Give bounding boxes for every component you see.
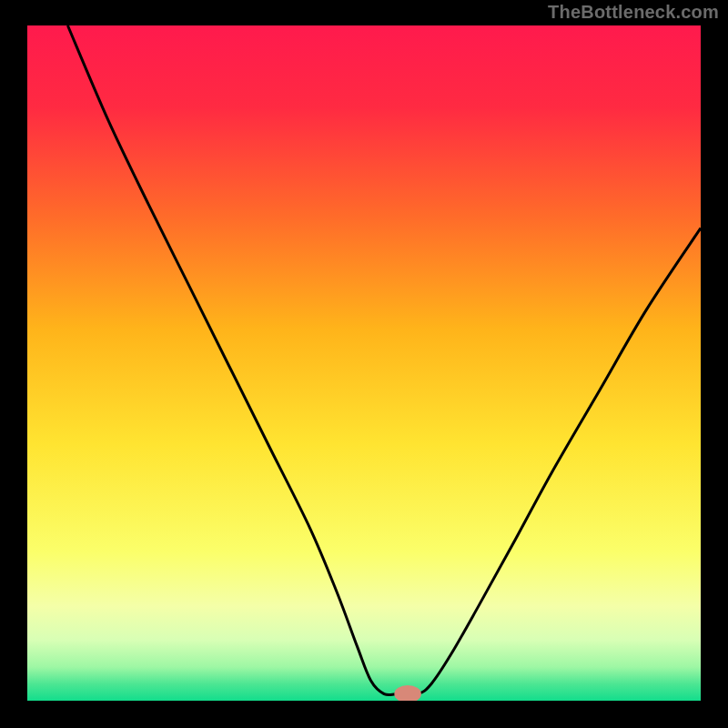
bottleneck-chart [0,0,728,728]
frame-bottom [0,701,728,728]
frame-left [0,0,27,728]
frame-right [701,0,728,728]
plot-background [27,25,701,701]
chart-container: TheBottleneck.com [0,0,728,728]
optimal-marker [394,685,421,703]
watermark-text: TheBottleneck.com [548,2,719,23]
